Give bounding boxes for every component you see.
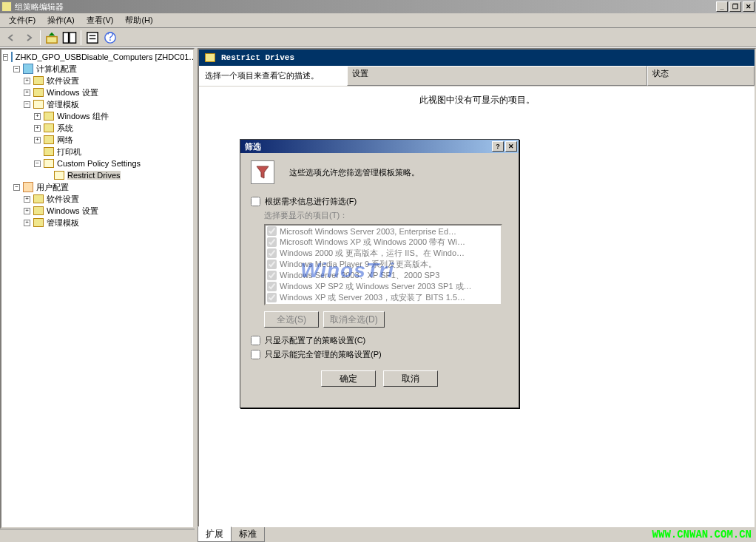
tree-windows[interactable]: Windows 设置 [47, 87, 98, 98]
chk-managed-input[interactable] [251, 350, 260, 359]
forward-button[interactable] [21, 30, 37, 46]
list-item[interactable]: Windows 2000 或 更高版本，运行 IIS。在 Windo… [266, 248, 501, 259]
show-hide-tree-button[interactable] [61, 30, 78, 46]
folder-icon [33, 100, 44, 109]
deselect-all-button: 取消全选(D) [323, 311, 385, 328]
tree-user-config[interactable]: 用户配置 [36, 182, 69, 193]
chk-filter-by-requirement[interactable]: 根据需求信息进行筛选(F) [251, 196, 508, 207]
tree-win-components[interactable]: Windows 组件 [57, 111, 109, 122]
content-header: Restrict Drives [199, 50, 755, 66]
help-button[interactable]: ? [102, 30, 118, 46]
svg-rect-1 [63, 32, 68, 42]
svg-rect-0 [47, 36, 57, 43]
window-titlebar: 组策略编辑器 _ ❐ ✕ [0, 0, 756, 13]
empty-message: 此视图中没有可显示的项目。 [199, 87, 755, 114]
chk-filter-input[interactable] [251, 197, 260, 206]
column-setting[interactable]: 设置 [347, 66, 647, 86]
tree-software[interactable]: 软件设置 [47, 75, 79, 87]
tree-printers[interactable]: 打印机 [57, 146, 81, 157]
tab-extended[interactable]: 扩展 [198, 526, 232, 542]
cancel-button[interactable]: 取消 [383, 370, 438, 387]
folder-icon [33, 218, 44, 227]
user-icon [23, 182, 33, 192]
folder-icon [54, 171, 64, 180]
list-item[interactable]: Windows XP SP2 或 Windows Server 2003 SP1… [266, 281, 501, 292]
tree-admin-templates2[interactable]: 管理模板 [47, 217, 79, 228]
folder-icon [44, 112, 54, 121]
tree-windows2[interactable]: Windows 设置 [47, 206, 98, 217]
properties-button[interactable] [84, 30, 101, 46]
dialog-help-button[interactable]: ? [492, 141, 504, 152]
dialog-intro: 这些选项允许您筛选管理模板策略。 [289, 167, 419, 178]
items-listbox[interactable]: Microsoft Windows Server 2003, Enterpris… [264, 224, 502, 305]
tree-computer-config[interactable]: 计算机配置 [36, 64, 77, 75]
folder-icon [44, 123, 54, 132]
folder-icon [33, 76, 44, 85]
restore-button[interactable]: ❐ [729, 1, 741, 12]
tree-admin-templates[interactable]: 管理模板 [47, 99, 79, 110]
list-item[interactable]: Microsoft Windows XP 或 Windows 2000 带有 W… [266, 237, 501, 248]
tree-network[interactable]: 网络 [57, 135, 73, 146]
tree-custom-policy[interactable]: Custom Policy Settings [57, 159, 141, 168]
up-button[interactable] [44, 30, 60, 46]
list-item[interactable]: Microsoft Windows Server 2003, Enterpris… [266, 226, 501, 237]
tree-system[interactable]: 系统 [57, 123, 73, 134]
filter-icon [251, 160, 274, 184]
list-item[interactable]: Windows Server 2003、XP SP1、2000 SP3 [266, 270, 501, 281]
svg-rect-3 [87, 32, 98, 42]
chk-configured-input[interactable] [251, 336, 260, 345]
menu-file[interactable]: 文件(F) [3, 13, 41, 27]
app-icon [1, 1, 12, 12]
list-item[interactable]: Windows Media Player 9 系列及更高版本。 [266, 259, 501, 270]
folder-icon [33, 194, 44, 203]
filter-dialog: 筛选 ? ✕ 这些选项允许您筛选管理模板策略。 根据需求信息进行筛选(F) 选择… [240, 139, 519, 408]
svg-rect-2 [70, 32, 76, 42]
ok-button[interactable]: 确定 [321, 370, 376, 387]
url-watermark: WWW.CNWAN.COM.CN [652, 529, 752, 541]
tab-standard[interactable]: 标准 [231, 527, 265, 542]
folder-icon [33, 88, 44, 97]
dialog-title: 筛选 [242, 141, 261, 152]
folder-icon [205, 53, 215, 62]
column-state[interactable]: 状态 [647, 66, 755, 86]
select-items-label: 选择要显示的项目(T)： [264, 210, 508, 221]
folder-icon [44, 159, 54, 168]
menu-view[interactable]: 查看(V) [81, 13, 120, 27]
menu-help[interactable]: 帮助(H) [119, 13, 158, 27]
back-button[interactable] [3, 30, 19, 46]
tree-root[interactable]: ZHKD_GPO_USBDisable_Computers [ZHDC01.… [16, 52, 195, 61]
dialog-close-button[interactable]: ✕ [505, 141, 517, 152]
chk-managed-only[interactable]: 只显示能完全管理的策略设置(P) [251, 349, 508, 360]
tree-restrict-drives[interactable]: Restrict Drives [67, 171, 121, 180]
select-all-button: 全选(S) [264, 311, 319, 328]
menu-action[interactable]: 操作(A) [41, 13, 81, 27]
folder-icon [44, 147, 54, 156]
close-button[interactable]: ✕ [743, 1, 755, 12]
dialog-titlebar[interactable]: 筛选 ? ✕ [240, 140, 519, 153]
folder-icon [44, 135, 54, 144]
computer-icon [23, 64, 33, 74]
window-title: 组策略编辑器 [15, 1, 64, 13]
list-item[interactable]: Windows XP 或 Server 2003，或安装了 BITS 1.5… [266, 292, 501, 303]
chk-configured-only[interactable]: 只显示配置了的策略设置(C) [251, 335, 508, 346]
content-title: Restrict Drives [221, 53, 294, 62]
menubar: 文件(F) 操作(A) 查看(V) 帮助(H) [0, 13, 756, 28]
minimize-button[interactable]: _ [716, 1, 728, 12]
description-prompt: 选择一个项目来查看它的描述。 [199, 66, 347, 86]
policy-icon [11, 52, 13, 62]
toolbar: ? [0, 28, 756, 47]
svg-text:?: ? [107, 30, 114, 43]
folder-icon [33, 206, 44, 215]
tree-software2[interactable]: 软件设置 [47, 194, 79, 205]
columns-row: 选择一个项目来查看它的描述。 设置 状态 [199, 66, 755, 87]
tree-panel[interactable]: −ZHKD_GPO_USBDisable_Computers [ZHDC01.…… [0, 48, 195, 529]
